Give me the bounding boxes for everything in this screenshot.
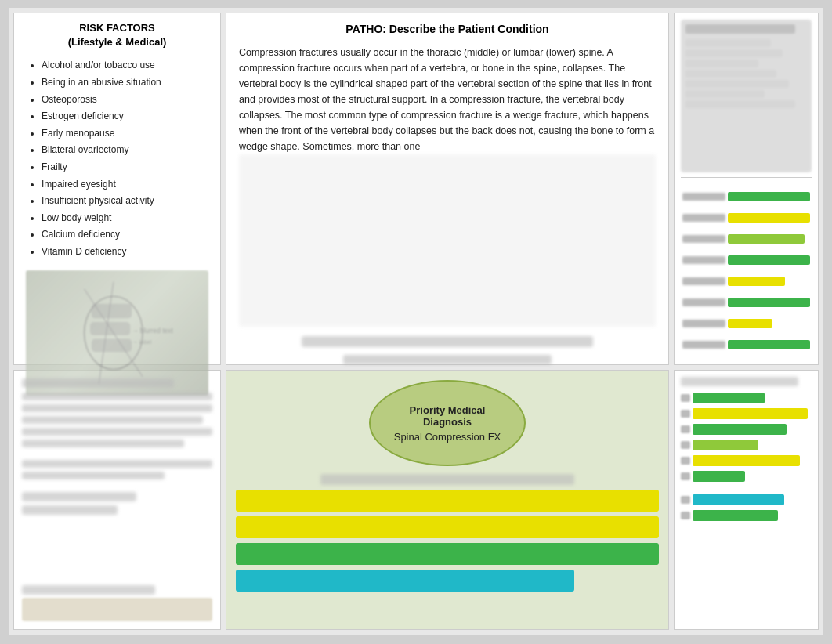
- br-bar-row: [681, 423, 812, 436]
- list-item: Estrogen deficiency: [42, 108, 208, 125]
- list-item: Low body weight: [42, 210, 208, 227]
- list-item: Osteoporosis: [42, 92, 208, 109]
- list-item: Being in an abusive situation: [42, 74, 208, 92]
- svg-rect-3: [92, 303, 132, 318]
- patho-body: Compression fractures usually occur in t…: [239, 45, 656, 154]
- bottom-right-panel: [674, 370, 819, 630]
- risk-factors-list: Alcohol and/or tobacco use Being in an a…: [26, 57, 208, 260]
- bl-footer: [22, 585, 212, 621]
- bottom-middle-panel: Priority MedicalDiagnosis Spinal Compres…: [226, 370, 669, 630]
- priority-diagnosis-label: Priority MedicalDiagnosis: [410, 404, 486, 428]
- chart-bar-row: [682, 339, 810, 350]
- list-item: Alcohol and/or tobacco use: [42, 57, 208, 74]
- list-item: Early menopause: [42, 125, 208, 143]
- patho-blurred-subheading: [239, 355, 656, 364]
- chart-bars-section: [681, 183, 812, 358]
- bm-bar-green: [236, 543, 659, 565]
- bl-content: [22, 393, 212, 515]
- chart-bar-row: [682, 233, 810, 244]
- br-bar-row: [681, 494, 812, 506]
- risk-factors-title: RISK FACTORS (Lifestyle & Medical): [26, 21, 208, 49]
- bm-blurred-heading: [320, 474, 574, 485]
- patho-continuation: [239, 154, 656, 364]
- list-item: Bilateral ovariectomy: [42, 142, 208, 159]
- chart-bar-row: [682, 318, 810, 329]
- svg-text:→ label: → label: [132, 338, 152, 345]
- bl-title: [22, 378, 174, 388]
- bottom-middle-bars: [236, 474, 659, 592]
- list-item: Frailty: [42, 159, 208, 176]
- main-container: RISK FACTORS (Lifestyle & Medical) Alcoh…: [9, 8, 823, 635]
- chart-bar-row: [682, 297, 810, 308]
- charts-top-blurred: [681, 20, 812, 172]
- chart-divider: [681, 177, 812, 178]
- priority-diagnosis-oval: Priority MedicalDiagnosis Spinal Compres…: [369, 380, 526, 466]
- patho-title: PATHO: Describe the Patient Condition: [239, 23, 656, 35]
- bm-bar-cyan: [236, 570, 574, 592]
- bm-bar-yellow-2: [236, 516, 659, 538]
- br-bar-row: [681, 407, 812, 420]
- anatomy-overlay: → blurred text → label: [26, 270, 208, 396]
- chart-bar-row: [682, 255, 810, 266]
- list-item: Insufficient physical activity: [42, 193, 208, 210]
- anatomy-image-area: → blurred text → label: [26, 270, 208, 396]
- patho-blurred-heading: [239, 336, 656, 347]
- list-item: Calcium deficiency: [42, 226, 208, 244]
- risk-factors-panel: RISK FACTORS (Lifestyle & Medical) Alcoh…: [13, 13, 221, 365]
- br-bar-row: [681, 470, 812, 483]
- br-bar-row: [681, 509, 812, 522]
- priority-diagnosis-condition: Spinal Compression FX: [394, 431, 501, 443]
- chart-bar-row: [682, 276, 810, 287]
- list-item: Impaired eyesight: [42, 176, 208, 194]
- br-bar-row: [681, 392, 812, 404]
- br-bar-row: [681, 439, 812, 451]
- svg-rect-4: [90, 322, 130, 335]
- chart-bar-row: [682, 191, 810, 202]
- chart-bar-row: [682, 212, 810, 223]
- patho-blurred-continuation: [239, 154, 656, 327]
- br-bar-row: [681, 454, 812, 467]
- svg-text:→ blurred text: → blurred text: [132, 327, 173, 335]
- br-bars-container: [681, 392, 812, 623]
- bm-bar-yellow-1: [236, 490, 659, 512]
- right-charts-panel: [674, 13, 819, 365]
- list-item: Vitamin D deficiency: [42, 244, 208, 261]
- patho-panel: PATHO: Describe the Patient Condition Co…: [226, 13, 669, 365]
- svg-rect-5: [92, 338, 132, 352]
- br-blurred-title: [681, 377, 798, 386]
- anatomy-image: → blurred text → label: [26, 270, 208, 396]
- bottom-left-panel: [13, 370, 221, 630]
